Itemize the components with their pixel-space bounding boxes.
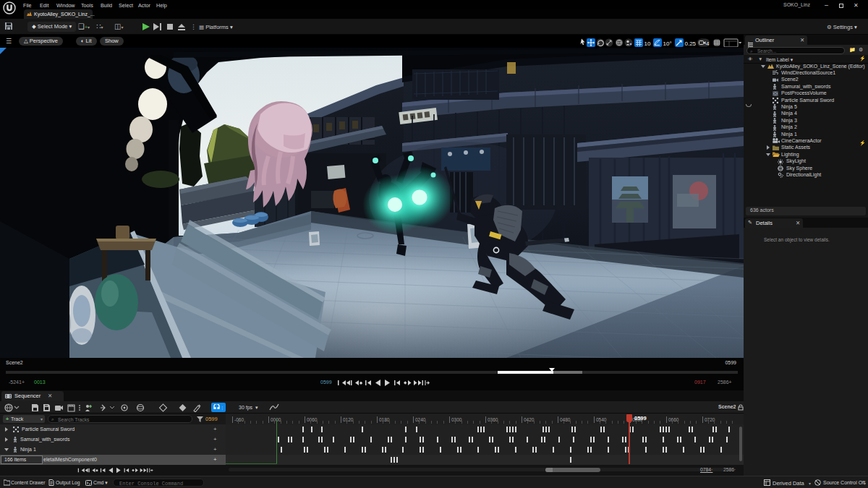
svg-text:4: 4 [706, 40, 710, 47]
svg-text:0.25: 0.25 [685, 40, 697, 47]
svg-text:10: 10 [644, 40, 651, 47]
svg-text:10°: 10° [663, 40, 672, 47]
